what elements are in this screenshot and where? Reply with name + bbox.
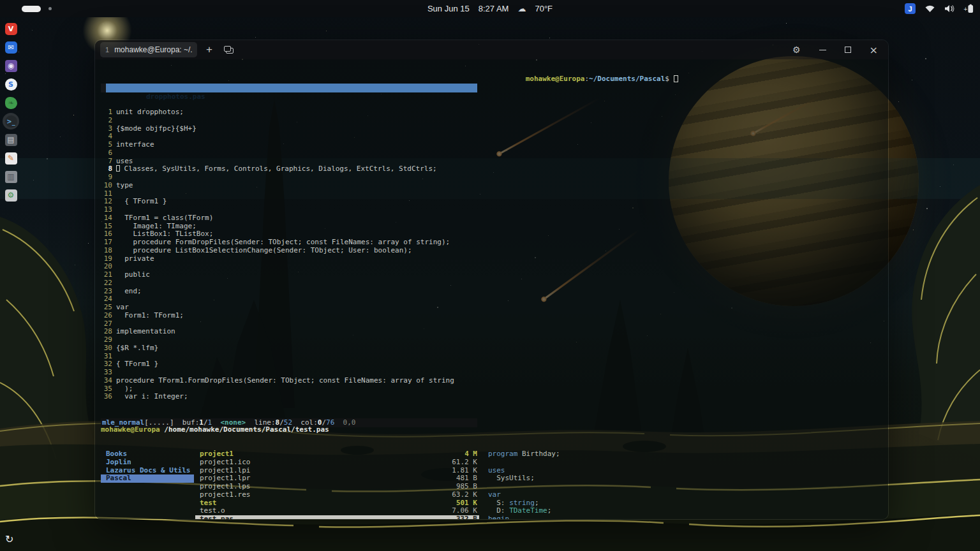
file-row[interactable]: project1.res63.2 K xyxy=(195,491,479,499)
window-titlebar[interactable]: 1 mohawke@Europa: ~/... + ⚙ × xyxy=(95,40,888,59)
preview-line: uses xyxy=(488,467,877,475)
editor-line: 22 xyxy=(101,279,477,288)
editor-line: 4 xyxy=(101,133,477,141)
parent-dir-item[interactable]: Pascal xyxy=(101,474,194,483)
date-label: Sun Jun 15 xyxy=(427,4,470,13)
editor-line: 2 xyxy=(101,117,477,125)
editor-line: 17 procedure FormDropFiles(Sender: TObje… xyxy=(101,239,477,247)
app-icon-blue-swirl[interactable]: S xyxy=(3,77,19,91)
editor-line: 29 xyxy=(101,336,477,344)
editor-line: 13 xyxy=(101,206,477,214)
editor-line: 18 procedure ListBox1SelectionChange(Sen… xyxy=(101,247,477,255)
wifi-icon[interactable] xyxy=(924,4,935,13)
file-row[interactable]: project1.lps985 B xyxy=(195,483,479,491)
editor-line: 8 Classes, SysUtils, Forms, Controls, Gr… xyxy=(101,165,477,173)
editor-line: 33 xyxy=(101,369,477,377)
editor-line: 26 Form1: TForm1; xyxy=(101,312,477,320)
tab-number: 1 xyxy=(105,46,109,54)
battery-charging-icon[interactable]: + xyxy=(963,4,974,13)
preview-line xyxy=(488,459,877,467)
parent-dir-item[interactable]: Books xyxy=(101,450,194,459)
thunderbird-mail-icon[interactable]: ✉ xyxy=(3,40,19,54)
editor-line: 28implementation xyxy=(101,328,477,336)
file-row[interactable]: project1.ico61.2 K xyxy=(195,459,479,467)
preview-line xyxy=(488,483,877,491)
joplin-tray-icon[interactable]: J xyxy=(905,3,916,14)
file-manager-app-icon[interactable]: ▤ xyxy=(3,133,19,147)
package-manager-app-icon[interactable]: ⚙ xyxy=(3,188,19,202)
editor-line: 24 xyxy=(101,295,477,304)
editor-line: 19 private xyxy=(101,255,477,263)
tab-title: mohawke@Europa: ~/... xyxy=(114,45,192,54)
editor-line: 14 TForm1 = class(TForm) xyxy=(101,214,477,223)
archive-app-icon[interactable]: ▥ xyxy=(3,170,19,184)
file-manager-path-header: mohawke@Europa /home/mohawke/Documents/P… xyxy=(95,426,888,434)
file-row[interactable]: test.pas332 B xyxy=(195,515,479,520)
app-dock: V✉◉S❧>_▤✎▥⚙ xyxy=(1,22,20,202)
editor-line: 1unit dropphotos; xyxy=(101,108,477,117)
terminal-app-icon[interactable]: >_ xyxy=(3,114,19,128)
volume-icon[interactable] xyxy=(944,4,954,13)
editor-line: 34procedure TForm1.FormDropFiles(Sender:… xyxy=(101,377,477,385)
vivaldi-browser-icon[interactable]: V xyxy=(3,22,19,36)
system-top-bar: Sun Jun 15 8:27 AM ☁ 70°F J + xyxy=(0,0,980,17)
file-preview-column: program Birthday;uses SysUtils;var S: st… xyxy=(488,450,877,520)
preview-line: var xyxy=(488,491,877,499)
tab-overview-button[interactable] xyxy=(224,46,234,54)
editor-line: 3{$mode objfpc}{$H+} xyxy=(101,125,477,133)
time-label: 8:27 AM xyxy=(479,4,509,13)
terminal-tab[interactable]: 1 mohawke@Europa: ~/... xyxy=(100,42,197,57)
app-icon-purple-circle[interactable]: ◉ xyxy=(3,59,19,73)
editor-line: 9 xyxy=(101,173,477,182)
sync-icon: ↻ xyxy=(5,533,13,545)
editor-line: 36 var i: Integer; xyxy=(101,393,477,401)
parent-directory-column: BooksJoplinLazarus Docs & UtilsPascal xyxy=(101,450,194,483)
file-manager-pane[interactable]: mohawke@Europa /home/mohawke/Documents/P… xyxy=(95,409,888,520)
clock-menu[interactable]: Sun Jun 15 8:27 AM ☁ 70°F xyxy=(0,0,980,17)
file-list-column: project14 Mproject1.ico61.2 Kproject1.lp… xyxy=(195,450,479,520)
new-tab-button[interactable]: + xyxy=(206,43,212,56)
svg-text:+: + xyxy=(963,6,968,12)
editor-line: 20 xyxy=(101,263,477,271)
shell-cursor xyxy=(674,75,678,82)
editor-cursor xyxy=(116,165,120,172)
editor-line: 30{$R *.lfm} xyxy=(101,344,477,353)
minimize-button[interactable] xyxy=(819,50,826,50)
preview-line: program Birthday; xyxy=(488,450,877,459)
file-row[interactable]: test501 K xyxy=(195,499,479,508)
mle-editor-pane[interactable]: dropphotos.pas 1unit dropphotos;23{$mode… xyxy=(101,67,477,443)
file-row[interactable]: project14 M xyxy=(195,450,479,459)
text-editor-app-icon[interactable]: ✎ xyxy=(3,151,19,165)
app-icon-green-leaf[interactable]: ❧ xyxy=(3,96,19,110)
maximize-button[interactable] xyxy=(845,47,851,53)
editor-line: 12 { TForm1 } xyxy=(101,198,477,206)
editor-line: 5interface xyxy=(101,141,477,149)
editor-line: 32{ TForm1 } xyxy=(101,360,477,369)
shell-pane[interactable]: mohawke@Europa:~/Documents/Pascal$ xyxy=(500,67,678,91)
preview-line: SysUtils; xyxy=(488,474,877,483)
editor-line: 25var xyxy=(101,304,477,312)
terminal-window[interactable]: 1 mohawke@Europa: ~/... + ⚙ × dropphotos… xyxy=(94,40,889,520)
close-button[interactable]: × xyxy=(870,44,878,56)
editor-line: 6 xyxy=(101,149,477,158)
editor-line: 23 end; xyxy=(101,288,477,296)
editor-filename-bar: dropphotos.pas xyxy=(101,84,477,92)
shell-prompt: mohawke@Europa:~/Documents/Pascal$ xyxy=(526,75,674,83)
editor-code-area: 1unit dropphotos;23{$mode objfpc}{$H+}45… xyxy=(101,108,477,401)
weather-cloud-icon: ☁ xyxy=(517,4,526,13)
file-row[interactable]: test.o7.06 K xyxy=(195,507,479,515)
preview-line: begin xyxy=(488,515,877,520)
weather-temp-label: 70°F xyxy=(535,4,553,13)
terminal-body[interactable]: dropphotos.pas 1unit dropphotos;23{$mode… xyxy=(95,59,888,520)
preferences-gear-icon[interactable]: ⚙ xyxy=(792,45,801,55)
editor-line: 10type xyxy=(101,182,477,190)
preview-line: D: TDateTime; xyxy=(488,507,877,515)
parent-dir-item[interactable]: Joplin xyxy=(101,459,194,467)
editor-line: 21 public xyxy=(101,271,477,279)
system-tray: J + xyxy=(905,0,974,17)
editor-filename: dropphotos.pas xyxy=(146,92,205,101)
